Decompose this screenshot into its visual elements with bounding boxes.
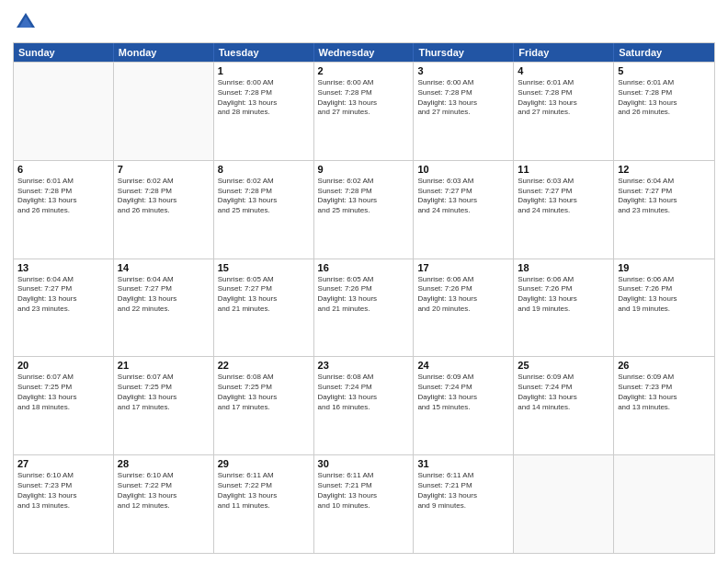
calendar-header-cell: Saturday: [614, 43, 714, 62]
calendar-header-cell: Sunday: [14, 43, 114, 62]
calendar-row: 6Sunrise: 6:01 AMSunset: 7:28 PMDaylight…: [14, 160, 714, 259]
header: [13, 9, 715, 35]
day-number: 16: [318, 262, 410, 273]
calendar: SundayMondayTuesdayWednesdayThursdayFrid…: [13, 42, 715, 554]
logo-icon: [13, 9, 39, 35]
day-number: 4: [518, 65, 609, 76]
calendar-cell: 30Sunrise: 6:11 AMSunset: 7:21 PMDayligh…: [314, 455, 415, 553]
calendar-cell: 14Sunrise: 6:04 AMSunset: 7:27 PMDayligh…: [114, 259, 214, 357]
cell-details: Sunrise: 6:06 AMSunset: 7:26 PMDaylight:…: [618, 275, 711, 315]
cell-details: Sunrise: 6:11 AMSunset: 7:21 PMDaylight:…: [318, 471, 410, 511]
cell-details: Sunrise: 6:11 AMSunset: 7:22 PMDaylight:…: [218, 471, 310, 511]
calendar-header-cell: Wednesday: [314, 43, 415, 62]
calendar-cell: 17Sunrise: 6:06 AMSunset: 7:26 PMDayligh…: [414, 259, 514, 357]
cell-details: Sunrise: 6:02 AMSunset: 7:28 PMDaylight:…: [218, 177, 310, 216]
cell-details: Sunrise: 6:04 AMSunset: 7:27 PMDaylight:…: [17, 275, 109, 315]
calendar-cell: 19Sunrise: 6:06 AMSunset: 7:26 PMDayligh…: [614, 259, 714, 357]
cell-details: Sunrise: 6:02 AMSunset: 7:28 PMDaylight:…: [118, 177, 210, 216]
calendar-header-cell: Tuesday: [214, 43, 314, 62]
cell-details: Sunrise: 6:01 AMSunset: 7:28 PMDaylight:…: [17, 177, 109, 216]
day-number: 24: [417, 360, 509, 371]
calendar-cell: 23Sunrise: 6:08 AMSunset: 7:24 PMDayligh…: [314, 357, 415, 454]
cell-details: Sunrise: 6:09 AMSunset: 7:24 PMDaylight:…: [417, 373, 509, 412]
day-number: 31: [417, 458, 509, 469]
calendar-cell: 4Sunrise: 6:01 AMSunset: 7:28 PMDaylight…: [514, 63, 614, 160]
calendar-cell: 5Sunrise: 6:01 AMSunset: 7:28 PMDaylight…: [614, 63, 714, 160]
day-number: 17: [417, 262, 509, 273]
logo: [13, 9, 42, 35]
calendar-cell: 27Sunrise: 6:10 AMSunset: 7:23 PMDayligh…: [14, 455, 114, 553]
calendar-cell: [514, 455, 614, 553]
day-number: 6: [17, 164, 109, 175]
calendar-header-cell: Friday: [514, 43, 614, 62]
calendar-cell: 18Sunrise: 6:06 AMSunset: 7:26 PMDayligh…: [514, 259, 614, 357]
calendar-row: 27Sunrise: 6:10 AMSunset: 7:23 PMDayligh…: [14, 454, 714, 553]
calendar-cell: 10Sunrise: 6:03 AMSunset: 7:27 PMDayligh…: [414, 161, 514, 259]
day-number: 23: [318, 360, 410, 371]
calendar-cell: 21Sunrise: 6:07 AMSunset: 7:25 PMDayligh…: [114, 357, 214, 454]
calendar-cell: [14, 63, 114, 160]
day-number: 10: [417, 164, 509, 175]
calendar-header: SundayMondayTuesdayWednesdayThursdayFrid…: [14, 43, 714, 62]
day-number: 15: [218, 262, 310, 273]
cell-details: Sunrise: 6:06 AMSunset: 7:26 PMDaylight:…: [417, 275, 509, 315]
cell-details: Sunrise: 6:07 AMSunset: 7:25 PMDaylight:…: [17, 373, 109, 412]
calendar-cell: 3Sunrise: 6:00 AMSunset: 7:28 PMDaylight…: [414, 63, 514, 160]
cell-details: Sunrise: 6:00 AMSunset: 7:28 PMDaylight:…: [318, 78, 410, 118]
cell-details: Sunrise: 6:00 AMSunset: 7:28 PMDaylight:…: [417, 78, 509, 118]
day-number: 20: [17, 360, 109, 371]
cell-details: Sunrise: 6:07 AMSunset: 7:25 PMDaylight:…: [118, 373, 210, 412]
cell-details: Sunrise: 6:10 AMSunset: 7:23 PMDaylight:…: [17, 471, 109, 511]
calendar-body: 1Sunrise: 6:00 AMSunset: 7:28 PMDaylight…: [14, 62, 714, 553]
calendar-row: 20Sunrise: 6:07 AMSunset: 7:25 PMDayligh…: [14, 356, 714, 454]
calendar-cell: 15Sunrise: 6:05 AMSunset: 7:27 PMDayligh…: [214, 259, 314, 357]
calendar-cell: 24Sunrise: 6:09 AMSunset: 7:24 PMDayligh…: [414, 357, 514, 454]
cell-details: Sunrise: 6:03 AMSunset: 7:27 PMDaylight:…: [417, 177, 509, 216]
day-number: 13: [17, 262, 109, 273]
calendar-cell: 13Sunrise: 6:04 AMSunset: 7:27 PMDayligh…: [14, 259, 114, 357]
day-number: 30: [318, 458, 410, 469]
day-number: 3: [417, 65, 509, 76]
calendar-cell: 9Sunrise: 6:02 AMSunset: 7:28 PMDaylight…: [314, 161, 415, 259]
day-number: 1: [218, 65, 310, 76]
calendar-cell: 20Sunrise: 6:07 AMSunset: 7:25 PMDayligh…: [14, 357, 114, 454]
cell-details: Sunrise: 6:06 AMSunset: 7:26 PMDaylight:…: [518, 275, 609, 315]
day-number: 18: [518, 262, 609, 273]
day-number: 22: [218, 360, 310, 371]
cell-details: Sunrise: 6:09 AMSunset: 7:24 PMDaylight:…: [518, 373, 609, 412]
cell-details: Sunrise: 6:04 AMSunset: 7:27 PMDaylight:…: [618, 177, 711, 216]
cell-details: Sunrise: 6:05 AMSunset: 7:26 PMDaylight:…: [318, 275, 410, 315]
calendar-cell: 1Sunrise: 6:00 AMSunset: 7:28 PMDaylight…: [214, 63, 314, 160]
cell-details: Sunrise: 6:10 AMSunset: 7:22 PMDaylight:…: [118, 471, 210, 511]
day-number: 12: [618, 164, 711, 175]
cell-details: Sunrise: 6:11 AMSunset: 7:21 PMDaylight:…: [417, 471, 509, 511]
day-number: 19: [618, 262, 711, 273]
day-number: 11: [518, 164, 609, 175]
calendar-cell: 12Sunrise: 6:04 AMSunset: 7:27 PMDayligh…: [614, 161, 714, 259]
cell-details: Sunrise: 6:08 AMSunset: 7:25 PMDaylight:…: [218, 373, 310, 412]
calendar-cell: 22Sunrise: 6:08 AMSunset: 7:25 PMDayligh…: [214, 357, 314, 454]
cell-details: Sunrise: 6:00 AMSunset: 7:28 PMDaylight:…: [218, 78, 310, 118]
calendar-row: 13Sunrise: 6:04 AMSunset: 7:27 PMDayligh…: [14, 259, 714, 357]
cell-details: Sunrise: 6:09 AMSunset: 7:23 PMDaylight:…: [618, 373, 711, 412]
calendar-cell: 6Sunrise: 6:01 AMSunset: 7:28 PMDaylight…: [14, 161, 114, 259]
day-number: 25: [518, 360, 609, 371]
cell-details: Sunrise: 6:04 AMSunset: 7:27 PMDaylight:…: [118, 275, 210, 315]
cell-details: Sunrise: 6:03 AMSunset: 7:27 PMDaylight:…: [518, 177, 609, 216]
day-number: 26: [618, 360, 711, 371]
day-number: 2: [318, 65, 410, 76]
calendar-cell: 7Sunrise: 6:02 AMSunset: 7:28 PMDaylight…: [114, 161, 214, 259]
calendar-row: 1Sunrise: 6:00 AMSunset: 7:28 PMDaylight…: [14, 62, 714, 160]
day-number: 7: [118, 164, 210, 175]
day-number: 8: [218, 164, 310, 175]
calendar-cell: 29Sunrise: 6:11 AMSunset: 7:22 PMDayligh…: [214, 455, 314, 553]
cell-details: Sunrise: 6:01 AMSunset: 7:28 PMDaylight:…: [518, 78, 609, 118]
day-number: 27: [17, 458, 109, 469]
page: SundayMondayTuesdayWednesdayThursdayFrid…: [0, 0, 728, 563]
calendar-header-cell: Monday: [114, 43, 214, 62]
day-number: 14: [118, 262, 210, 273]
cell-details: Sunrise: 6:05 AMSunset: 7:27 PMDaylight:…: [218, 275, 310, 315]
day-number: 5: [618, 65, 711, 76]
day-number: 9: [318, 164, 410, 175]
calendar-cell: 11Sunrise: 6:03 AMSunset: 7:27 PMDayligh…: [514, 161, 614, 259]
